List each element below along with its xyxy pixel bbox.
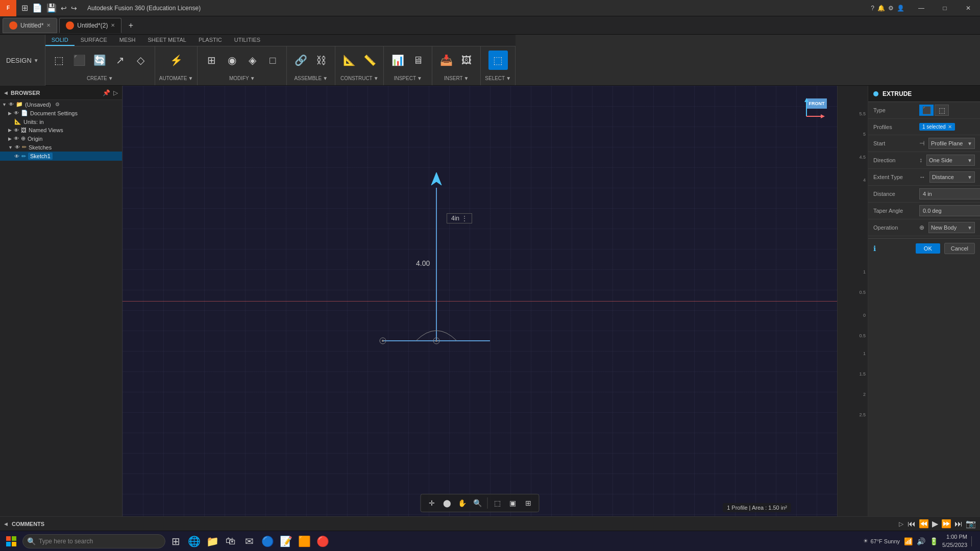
browser-collapse-left[interactable]: ◀ [4,90,8,95]
taper-input[interactable] [919,205,980,216]
edge-icon[interactable]: 🌐 [186,533,202,549]
dimension-label[interactable]: 4in ⋮ [447,213,472,223]
vp-grid-btn[interactable]: ⊞ [522,496,535,510]
comments-expand[interactable]: ▷ [899,520,903,528]
account-icon[interactable]: 👤 [897,5,904,12]
minimize-button[interactable]: — [910,0,933,16]
camera-icon[interactable]: 📷 [966,519,976,529]
sketch1-eye[interactable]: 👁 [14,154,19,159]
tab-2-close[interactable]: ✕ [111,22,115,28]
mail-icon[interactable]: ✉ [241,533,257,549]
battery-icon[interactable]: 🔋 [929,537,938,545]
tree-sketch1[interactable]: 👁 ✏ Sketch1 [0,152,122,161]
cancel-button[interactable]: Cancel [944,243,975,254]
origin-eye[interactable]: 👁 [14,136,19,141]
root-eye[interactable]: 👁 [9,102,14,107]
vp-zoom-btn[interactable]: 🔍 [471,496,484,510]
tree-named-views[interactable]: ▶ 👁 🖼 Named Views [0,126,122,134]
start-button[interactable] [2,532,20,550]
settings-icon[interactable]: ⚙ [888,5,894,12]
chrome-icon[interactable]: 🔵 [259,533,276,549]
tree-origin[interactable]: ▶ 👁 ⊕ Origin [0,134,122,143]
chamfer-btn[interactable]: ◈ [242,51,262,70]
profiles-clear[interactable]: ✕ [948,124,952,130]
vp-pan-btn[interactable]: ✋ [456,496,469,510]
tab-1[interactable]: Untitled* ✕ [3,18,57,33]
revolve-btn[interactable]: 🔄 [90,51,110,70]
explorer-icon[interactable]: 📁 [204,533,220,549]
type-tab-solid[interactable]: SOLID [45,35,75,46]
operation-dropdown[interactable]: New Body ▼ [928,222,975,233]
assemble-arrow[interactable]: ▼ [323,76,328,81]
tree-root[interactable]: ▼ 👁 📁 (Unsaved) ⚙ [0,100,122,109]
viewport[interactable]: 4in ⋮ 4.00 FRONT ✛ [122,86,837,516]
notifications-icon[interactable]: 🔔 [877,5,885,12]
media-prev[interactable]: ⏪ [919,519,929,529]
vp-display-btn[interactable]: ⬚ [491,496,504,510]
insert-btn2[interactable]: 🖼 [457,51,476,70]
comments-collapse[interactable]: ◀ [4,521,8,527]
task-view-btn[interactable]: ⊞ [167,533,184,549]
tree-units[interactable]: 📐 Units: in [0,117,122,126]
press-pull-btn[interactable]: ⊞ [202,51,221,70]
insert-arrow[interactable]: ▼ [464,76,469,81]
doc-eye[interactable]: 👁 [14,110,19,116]
ok-button[interactable]: OK [916,243,940,254]
tab-2[interactable]: Untitled*(2) ✕ [59,18,121,33]
construct-arrow[interactable]: ▼ [374,76,379,81]
tree-sketches[interactable]: ▼ 👁 ✏ Sketches [0,143,122,152]
settings-gear[interactable]: ⚙ [55,102,60,107]
maximize-button[interactable]: □ [933,0,957,16]
automate-btn[interactable]: ⚡ [166,51,186,70]
extent-type-dropdown[interactable]: Distance ▼ [929,171,975,183]
vp-visual-btn[interactable]: ▣ [506,496,520,510]
construct-btn2[interactable]: 📏 [360,51,379,70]
file-menu[interactable]: 📄 [32,3,42,13]
type-tab-surface[interactable]: SURFACE [75,35,113,46]
inspect-btn1[interactable]: 📊 [388,51,407,70]
start-dropdown[interactable]: Profile Plane ▼ [928,138,975,149]
automate-arrow[interactable]: ▼ [188,76,193,81]
inspect-btn2[interactable]: 🖥 [408,51,428,70]
notepad-icon[interactable]: 📝 [278,533,294,549]
create-sketch-btn[interactable]: ⬚ [50,51,69,70]
store-icon[interactable]: 🛍 [223,533,239,549]
tree-doc-settings[interactable]: ▶ 👁 📄 Document Settings [0,109,122,117]
inspect-arrow[interactable]: ▼ [417,76,422,81]
undo-btn[interactable]: ↩ [61,4,67,12]
show-desktop-btn[interactable] [971,536,974,546]
media-end[interactable]: ⏭ [954,519,963,529]
extrude-type-surface[interactable]: ⬚ [935,105,949,116]
close-button[interactable]: ✕ [957,0,980,16]
create-arrow[interactable]: ▼ [108,76,113,81]
vp-cursor-btn[interactable]: ✛ [425,496,438,510]
help-icon[interactable]: ? [871,5,874,12]
network-icon[interactable]: 📶 [904,537,913,545]
assemble-btn2[interactable]: ⛓ [311,51,331,70]
new-tab-button[interactable]: + [124,18,138,33]
browser-pin[interactable]: 📌 [103,89,110,96]
distance-input[interactable] [919,188,980,199]
browser-expand[interactable]: ▷ [113,89,118,96]
type-tab-sheetmetal[interactable]: SHEET METAL [142,35,192,46]
vp-orbit-btn[interactable]: ⬤ [440,496,454,510]
fillet-btn[interactable]: ◉ [222,51,241,70]
extrude-info-icon[interactable]: ℹ [873,244,876,253]
sweep-btn[interactable]: ↗ [111,51,130,70]
loft-btn[interactable]: ◇ [131,51,151,70]
insert-btn1[interactable]: 📥 [436,51,456,70]
media-play[interactable]: ▶ [932,519,938,529]
app-icon-2[interactable]: 🔴 [314,533,331,549]
direction-dropdown[interactable]: One Side ▼ [926,155,975,166]
assemble-btn1[interactable]: 🔗 [291,51,310,70]
extrude-type-solid[interactable]: ⬛ [919,105,934,116]
save-btn[interactable]: 💾 [46,3,57,13]
design-mode-button[interactable]: DESIGN ▼ [0,35,45,86]
type-tab-mesh[interactable]: MESH [113,35,142,46]
taskbar-search[interactable]: 🔍 Type here to search [22,534,165,548]
redo-btn[interactable]: ↪ [71,4,77,12]
grid-icon[interactable]: ⊞ [21,3,28,13]
select-btn[interactable]: ⬚ [488,51,508,70]
construct-btn1[interactable]: 📐 [339,51,359,70]
weather-widget[interactable]: ☀ 67°F Sunny [863,538,900,544]
